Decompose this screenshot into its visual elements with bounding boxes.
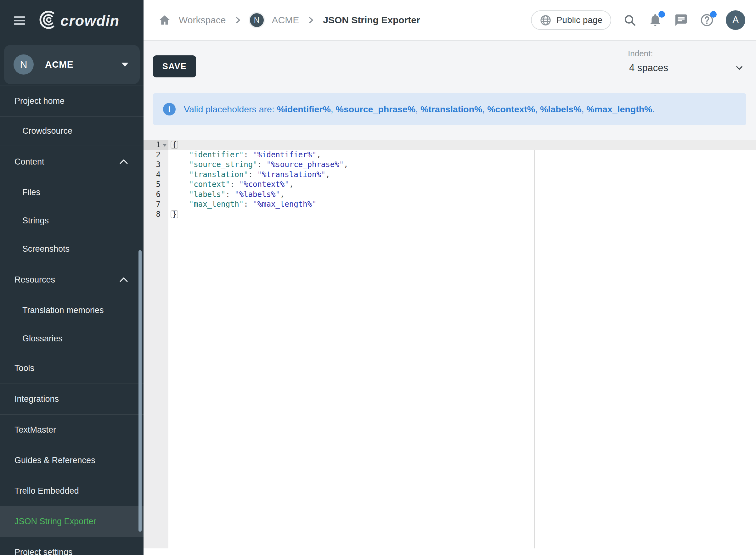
code-token: %translation% bbox=[262, 170, 321, 179]
code-line-4: "translation": "%translation%", bbox=[168, 170, 756, 180]
sidebar-scrollbar-thumb[interactable] bbox=[138, 250, 142, 532]
sidebar-item-resources[interactable]: Resources bbox=[0, 263, 143, 296]
sidebar-item-label: Files bbox=[23, 187, 40, 197]
info-icon: i bbox=[163, 103, 176, 116]
code-token: , bbox=[316, 151, 321, 159]
main-content: SAVE Indent: 4 spaces i Valid placeholde… bbox=[143, 41, 756, 555]
code-token bbox=[171, 200, 189, 209]
gutter-line-number: 5 bbox=[143, 180, 168, 190]
sidebar-item-translation-memories[interactable]: Translation memories bbox=[0, 296, 143, 325]
header-actions: Public page A bbox=[531, 10, 745, 30]
code-token: " bbox=[221, 190, 225, 199]
code-token: : bbox=[257, 160, 266, 169]
gutter-line-number: 1 bbox=[143, 140, 168, 150]
sidebar-nav: Project homeCrowdsourceContentFilesStrin… bbox=[0, 86, 143, 555]
project-name: ACME bbox=[45, 59, 73, 70]
messages-button[interactable] bbox=[674, 13, 688, 27]
sidebar-item-glossaries[interactable]: Glossaries bbox=[0, 325, 143, 353]
chevron-up-icon bbox=[120, 277, 128, 282]
sidebar-item-project-settings[interactable]: Project settings bbox=[0, 537, 143, 555]
indent-select[interactable]: 4 spaces bbox=[628, 62, 745, 79]
breadcrumb-workspace[interactable]: Workspace bbox=[179, 15, 226, 26]
code-token: %context% bbox=[244, 180, 285, 189]
chevron-right-icon bbox=[307, 16, 315, 24]
sidebar-item-strings[interactable]: Strings bbox=[0, 206, 143, 235]
sidebar-item-trello-embedded[interactable]: Trello Embedded bbox=[0, 476, 143, 506]
code-token bbox=[171, 160, 189, 169]
code-token: %source_phrase% bbox=[271, 160, 339, 169]
help-button[interactable] bbox=[700, 13, 714, 27]
breadcrumb: Workspace N ACME JSON String Exporter bbox=[159, 13, 420, 27]
code-token: " bbox=[225, 180, 230, 189]
code-line-2: "identifier": "%identifier%", bbox=[168, 150, 756, 160]
sidebar-item-label: Strings bbox=[23, 216, 49, 225]
notifications-button[interactable] bbox=[648, 13, 662, 27]
code-token bbox=[171, 190, 189, 199]
code-token: " bbox=[235, 190, 239, 199]
search-button[interactable] bbox=[623, 13, 636, 27]
code-token: labels bbox=[194, 190, 221, 199]
code-line-1: { bbox=[168, 140, 756, 150]
code-token: " bbox=[244, 170, 248, 179]
placeholder-token: %identifier% bbox=[277, 104, 331, 114]
sidebar-item-content[interactable]: Content bbox=[0, 145, 143, 178]
code-token: %labels% bbox=[239, 190, 276, 199]
sidebar-item-label: Glossaries bbox=[23, 334, 62, 344]
sidebar-item-textmaster[interactable]: TextMaster bbox=[0, 415, 143, 445]
gutter-line-number: 3 bbox=[143, 160, 168, 170]
notification-dot bbox=[659, 11, 665, 17]
code-token bbox=[171, 151, 189, 159]
crowdin-logo-text: crowdin bbox=[60, 12, 119, 29]
code-token: source_string bbox=[194, 160, 253, 169]
sidebar-item-label: Translation memories bbox=[23, 305, 104, 315]
code-token: " bbox=[189, 151, 194, 159]
code-token: " bbox=[339, 160, 344, 169]
sidebar-item-label: Guides & References bbox=[14, 456, 95, 465]
home-icon[interactable] bbox=[159, 14, 171, 26]
json-editor-content[interactable]: { "identifier": "%identifier%", "source_… bbox=[168, 140, 756, 548]
save-button[interactable]: SAVE bbox=[153, 55, 196, 77]
sidebar-item-label: Resources bbox=[14, 275, 55, 285]
code-token: : bbox=[244, 151, 253, 159]
breadcrumb-project[interactable]: ACME bbox=[272, 15, 299, 26]
code-token: : bbox=[225, 190, 235, 199]
sidebar-item-project-home[interactable]: Project home bbox=[0, 86, 143, 117]
code-token: } bbox=[171, 210, 178, 219]
crowdin-logo[interactable]: crowdin bbox=[38, 10, 119, 31]
code-line-7: "max_length": "%max_length%" bbox=[168, 200, 756, 210]
code-token: " bbox=[239, 200, 244, 209]
code-token: " bbox=[189, 200, 194, 209]
sidebar-item-label: Crowdsource bbox=[23, 126, 72, 136]
public-page-label: Public page bbox=[556, 15, 602, 25]
chevron-down-icon bbox=[735, 63, 744, 72]
fold-caret-icon[interactable] bbox=[162, 144, 167, 146]
sidebar-item-label: Screenshots bbox=[23, 244, 70, 254]
code-token: " bbox=[321, 170, 326, 179]
sidebar-item-json-string-exporter[interactable]: JSON String Exporter bbox=[0, 506, 143, 537]
indent-setting: Indent: 4 spaces bbox=[628, 49, 745, 79]
sidebar-item-label: Integrations bbox=[14, 394, 59, 404]
info-banner: i Valid placeholders are: %identifier%, … bbox=[153, 93, 746, 125]
sidebar-item-integrations[interactable]: Integrations bbox=[0, 384, 143, 414]
placeholder-token: %labels% bbox=[540, 104, 581, 114]
user-avatar[interactable]: A bbox=[726, 10, 745, 30]
code-line-8: } bbox=[168, 210, 756, 220]
chevron-up-icon bbox=[120, 159, 128, 164]
sidebar-item-tools[interactable]: Tools bbox=[0, 353, 143, 384]
code-line-3: "source_string": "%source_phrase%", bbox=[168, 160, 756, 170]
project-avatar: N bbox=[13, 54, 34, 75]
menu-hamburger-icon[interactable] bbox=[14, 16, 25, 25]
sidebar-item-files[interactable]: Files bbox=[0, 178, 143, 206]
caret-down-icon bbox=[122, 62, 128, 67]
project-switcher[interactable]: N ACME bbox=[4, 45, 140, 84]
sidebar-item-screenshots[interactable]: Screenshots bbox=[0, 235, 143, 263]
editor-bottom-gap bbox=[143, 548, 756, 555]
sidebar-item-label: JSON String Exporter bbox=[14, 517, 96, 526]
code-token: , bbox=[289, 180, 294, 189]
info-banner-text: Valid placeholders are: %identifier%, %s… bbox=[184, 104, 655, 115]
code-token: " bbox=[276, 190, 280, 199]
public-page-button[interactable]: Public page bbox=[531, 10, 611, 30]
sidebar-item-guides-references[interactable]: Guides & References bbox=[0, 445, 143, 476]
code-token: " bbox=[239, 151, 244, 159]
sidebar-item-crowdsource[interactable]: Crowdsource bbox=[0, 117, 143, 145]
